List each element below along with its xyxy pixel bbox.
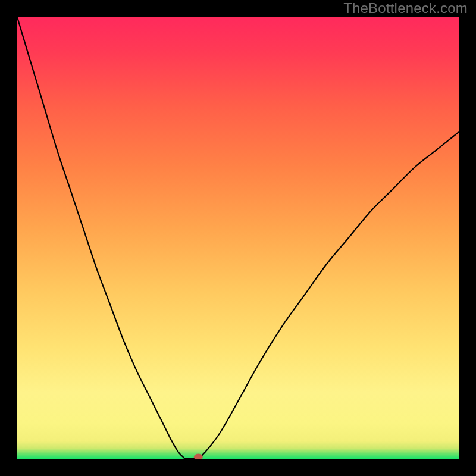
plot-area (17, 17, 459, 459)
curve-path (17, 17, 459, 459)
minimum-marker (194, 454, 202, 459)
bottleneck-curve (17, 17, 459, 459)
watermark-text: TheBottleneck.com (343, 0, 468, 17)
chart-frame: TheBottleneck.com (0, 0, 476, 476)
